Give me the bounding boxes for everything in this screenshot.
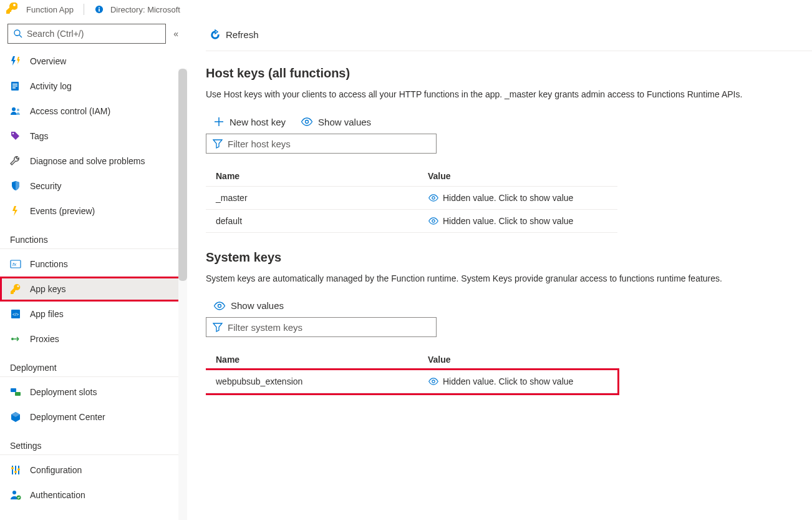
sidebar-item-label: App files <box>30 309 64 319</box>
info-icon <box>94 4 104 14</box>
fx-icon: fx <box>10 258 21 270</box>
svg-point-25 <box>12 491 16 494</box>
files-icon: </> <box>10 308 21 320</box>
eye-icon[interactable] <box>428 378 439 385</box>
directory-value: Microsoft <box>147 5 180 14</box>
person-auth-icon <box>10 489 21 501</box>
sidebar-item-label: Events (preview) <box>30 206 95 216</box>
sidebar-item-events[interactable]: Events (preview) <box>0 199 187 223</box>
resource-type-label: Function App <box>26 5 74 14</box>
sidebar-item-access-control[interactable]: Access control (IAM) <box>0 99 187 124</box>
hidden-value-text: Hidden value. Click to show value <box>443 376 573 386</box>
svg-point-9 <box>12 107 16 111</box>
filter-host-keys-input[interactable] <box>228 139 430 149</box>
sidebar-item-app-keys[interactable]: App keys <box>0 277 187 302</box>
key-icon <box>6 2 17 16</box>
sidebar-item-label: Overview <box>30 56 66 66</box>
sidebar-item-security[interactable]: Security <box>0 174 187 199</box>
filter-system-keys[interactable] <box>206 317 437 337</box>
refresh-label: Refresh <box>226 29 259 40</box>
sidebar-item-tags[interactable]: Tags <box>0 124 187 149</box>
wrench-icon <box>10 155 21 167</box>
svg-point-16 <box>11 338 14 340</box>
sidebar-item-authentication[interactable]: Authentication <box>0 483 187 508</box>
sidebar-item-label: Access control (IAM) <box>30 106 110 116</box>
filter-icon <box>213 322 223 332</box>
sidebar-section-settings: Settings <box>0 429 187 455</box>
sidebar-item-label: Functions <box>30 259 68 269</box>
eye-icon[interactable] <box>428 194 439 202</box>
svg-text:fx: fx <box>12 262 17 267</box>
plus-icon <box>213 116 225 127</box>
show-system-values-button[interactable]: Show values <box>213 300 284 311</box>
lightning-pair-icon <box>10 56 21 67</box>
log-icon <box>10 81 21 92</box>
host-keys-title: Host keys (all functions) <box>206 66 812 81</box>
proxy-icon <box>10 333 21 345</box>
host-keys-description: Use Host keys with your clients to acces… <box>206 88 798 101</box>
table-row[interactable]: _master Hidden value. Click to show valu… <box>206 187 617 210</box>
sidebar-item-deployment-center[interactable]: Deployment Center <box>0 405 187 429</box>
sidebar-item-label: Configuration <box>30 465 82 475</box>
tag-icon <box>10 130 21 142</box>
show-host-values-button[interactable]: Show values <box>301 117 371 127</box>
sidebar-item-diagnose[interactable]: Diagnose and solve problems <box>0 149 187 174</box>
system-keys-description: System keys are automatically managed by… <box>206 272 798 285</box>
sidebar-item-label: App keys <box>30 284 66 294</box>
col-value-header: Value <box>428 171 607 181</box>
sidebar-item-activity-log[interactable]: Activity log <box>0 74 187 99</box>
show-values-label: Show values <box>231 300 284 311</box>
sidebar-item-label: Security <box>30 181 62 191</box>
eye-icon[interactable] <box>428 217 439 225</box>
directory-label: Directory: Microsoft <box>110 5 180 14</box>
cube-icon <box>10 411 21 423</box>
collapse-sidebar-button[interactable]: « <box>171 26 181 41</box>
sidebar-item-app-files[interactable]: </> App files <box>0 302 187 326</box>
svg-point-23 <box>14 471 17 473</box>
svg-rect-8 <box>12 87 16 89</box>
sidebar-nav[interactable]: Overview Activity log Access control (IA… <box>0 49 187 520</box>
sidebar: « Overview Activity log Access control (… <box>0 19 187 520</box>
svg-rect-7 <box>12 86 17 87</box>
sidebar-item-proxies[interactable]: Proxies <box>0 326 187 351</box>
sidebar-search[interactable] <box>7 24 166 44</box>
new-host-key-button[interactable]: New host key <box>213 116 286 127</box>
svg-rect-2 <box>99 7 100 9</box>
hidden-value-text: Hidden value. Click to show value <box>443 193 573 203</box>
scrollbar[interactable] <box>178 69 187 520</box>
system-keys-table: Name Value webpubsub_extension Hidden va… <box>206 350 617 393</box>
sidebar-search-input[interactable] <box>27 29 160 39</box>
svg-point-30 <box>218 304 221 307</box>
bolt-icon <box>10 205 21 217</box>
col-name-header: Name <box>216 171 428 181</box>
refresh-icon <box>210 29 221 41</box>
eye-icon <box>213 302 226 310</box>
slots-icon <box>10 386 21 398</box>
svg-text:</>: </> <box>12 312 19 316</box>
table-row[interactable]: webpubsub_extension Hidden value. Click … <box>206 370 617 393</box>
new-host-key-label: New host key <box>230 117 286 127</box>
svg-rect-1 <box>99 9 100 11</box>
refresh-button[interactable]: Refresh <box>206 27 263 43</box>
sidebar-item-overview[interactable]: Overview <box>0 49 187 74</box>
key-name: default <box>216 216 428 226</box>
directory-label-text: Directory: <box>110 5 145 14</box>
sidebar-section-deployment: Deployment <box>0 351 187 377</box>
filter-system-keys-input[interactable] <box>228 322 430 333</box>
svg-point-27 <box>306 120 309 124</box>
svg-point-22 <box>11 467 14 469</box>
shield-icon <box>10 180 21 192</box>
sidebar-item-functions[interactable]: fx Functions <box>0 252 187 277</box>
svg-point-11 <box>12 133 14 134</box>
people-icon <box>10 105 21 117</box>
filter-host-keys[interactable] <box>206 134 437 154</box>
svg-point-10 <box>17 109 19 111</box>
svg-rect-6 <box>12 84 17 85</box>
search-icon <box>13 29 23 39</box>
sidebar-item-deployment-slots[interactable]: Deployment slots <box>0 380 187 405</box>
sidebar-section-functions: Functions <box>0 223 187 249</box>
sidebar-item-configuration[interactable]: Configuration <box>0 458 187 483</box>
key-name: webpubsub_extension <box>216 376 428 386</box>
table-row[interactable]: default Hidden value. Click to show valu… <box>206 210 617 233</box>
svg-point-24 <box>17 468 20 471</box>
